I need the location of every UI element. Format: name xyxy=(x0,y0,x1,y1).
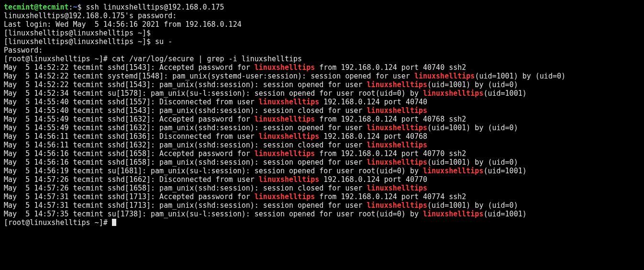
log-line: May 5 14:57:35 tecmint su[1738]: pam_uni… xyxy=(4,210,527,218)
terminal-output[interactable]: tecmint@tecmint:~$ ssh linuxshelltips@19… xyxy=(0,0,644,230)
last-login: Last login: Wed May 5 14:56:16 2021 from… xyxy=(4,20,242,29)
grep-match: linuxshelltips xyxy=(367,106,427,115)
log-line: May 5 14:57:26 tecmint sshd[1662]: Disco… xyxy=(4,175,427,184)
log-line: May 5 14:56:11 tecmint sshd[1632]: pam_u… xyxy=(4,141,427,149)
grep-match: linuxshelltips xyxy=(259,175,319,184)
grep-match: linuxshelltips xyxy=(367,158,427,167)
grep-match: linuxshelltips xyxy=(367,184,427,192)
log-line: May 5 14:52:22 tecmint sshd[1543]: Accep… xyxy=(4,63,466,72)
password-prompt-2: Password: xyxy=(4,46,43,55)
log-line: May 5 14:52:34 tecmint su[1578]: pam_uni… xyxy=(4,89,527,98)
log-line: May 5 14:55:40 tecmint sshd[1543]: pam_u… xyxy=(4,106,427,115)
prompt-path: ~ xyxy=(73,3,78,11)
log-line: May 5 14:55:49 tecmint sshd[1632]: pam_u… xyxy=(4,124,518,132)
grep-match: linuxshelltips xyxy=(423,89,483,98)
log-line: May 5 14:55:49 tecmint sshd[1632]: Accep… xyxy=(4,115,466,124)
grep-match: linuxshelltips xyxy=(423,210,483,218)
lst-prompt-1: [linuxshelltips@linuxshelltips ~]$ xyxy=(4,29,151,37)
root-idle-prompt: [root@linuxshelltips ~]# xyxy=(4,218,112,227)
log-line: May 5 14:52:22 tecmint sshd[1543]: pam_u… xyxy=(4,80,518,89)
log-line: May 5 14:56:16 tecmint sshd[1658]: Accep… xyxy=(4,149,466,158)
lst-prompt-su: [linuxshelltips@linuxshelltips ~]$ su - xyxy=(4,37,172,46)
root-grep-command: [root@linuxshelltips ~]# cat /var/log/se… xyxy=(4,55,302,63)
log-line: May 5 14:55:40 tecmint sshd[1557]: Disco… xyxy=(4,98,427,106)
grep-match: linuxshelltips xyxy=(255,115,315,124)
log-line: May 5 14:52:22 tecmint systemd[1548]: pa… xyxy=(4,72,566,80)
grep-match: linuxshelltips xyxy=(255,192,315,201)
log-line: May 5 14:56:16 tecmint sshd[1658]: pam_u… xyxy=(4,158,518,167)
grep-match: linuxshelltips xyxy=(367,124,427,132)
grep-match: linuxshelltips xyxy=(423,167,483,175)
grep-match: linuxshelltips xyxy=(367,201,427,210)
grep-match: linuxshelltips xyxy=(367,80,427,89)
grep-match: linuxshelltips xyxy=(414,72,475,80)
prompt-user: tecmint@tecmint xyxy=(4,3,68,11)
log-line: May 5 14:56:11 tecmint sshd[1636]: Disco… xyxy=(4,132,427,141)
grep-match: linuxshelltips xyxy=(255,63,315,72)
log-line: May 5 14:57:31 tecmint sshd[1713]: pam_u… xyxy=(4,201,518,210)
log-line: May 5 14:57:31 tecmint sshd[1713]: Accep… xyxy=(4,192,466,201)
grep-match: linuxshelltips xyxy=(255,149,315,158)
grep-match: linuxshelltips xyxy=(367,141,427,149)
log-line: May 5 14:57:26 tecmint sshd[1658]: pam_u… xyxy=(4,184,427,192)
password-prompt-1: linuxshelltips@192.168.0.175's password: xyxy=(4,11,177,20)
grep-match: linuxshelltips xyxy=(259,98,319,106)
cursor-icon xyxy=(112,219,116,226)
ssh-command: $ ssh linuxshelltips@192.168.0.175 xyxy=(78,3,224,11)
log-line: May 5 14:56:19 tecmint su[1681]: pam_uni… xyxy=(4,167,527,175)
grep-match: linuxshelltips xyxy=(259,132,319,141)
prompt-sep: : xyxy=(68,3,73,11)
